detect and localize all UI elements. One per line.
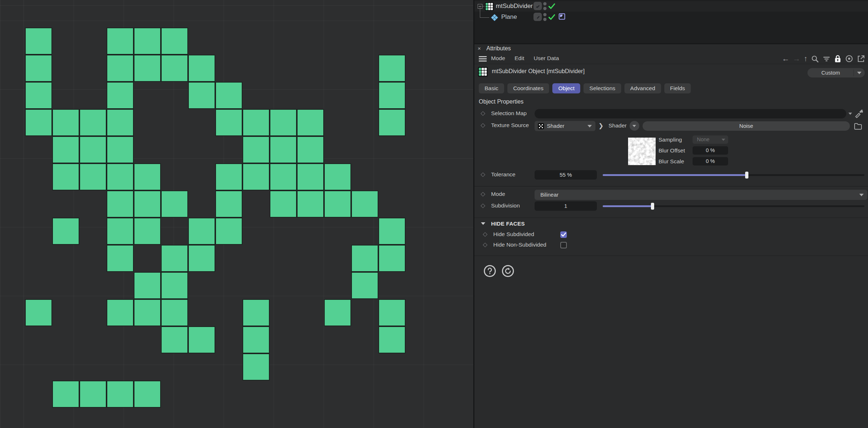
plane-face[interactable] xyxy=(188,55,215,82)
plane-face[interactable] xyxy=(52,163,79,190)
tolerance-input[interactable]: 55 % xyxy=(535,170,597,180)
tab-object[interactable]: Object xyxy=(552,83,580,93)
lock-icon[interactable] xyxy=(834,55,842,63)
plane-face[interactable] xyxy=(270,163,297,190)
plane-face[interactable] xyxy=(134,381,161,408)
plane-face[interactable] xyxy=(134,55,161,82)
plane-face[interactable] xyxy=(134,272,161,299)
plane-face[interactable] xyxy=(161,299,188,326)
plane-face[interactable] xyxy=(215,218,242,245)
plane-face[interactable] xyxy=(188,245,215,272)
plane-face[interactable] xyxy=(188,326,215,353)
chevron-down-icon[interactable] xyxy=(848,113,852,115)
plane-face[interactable] xyxy=(351,245,378,272)
sampling-dropdown[interactable]: None xyxy=(693,135,728,144)
plane-face[interactable] xyxy=(134,299,161,326)
plane-face[interactable] xyxy=(242,109,270,136)
shader-menu-button[interactable] xyxy=(630,121,639,131)
mode-dropdown[interactable]: Bilinear xyxy=(535,190,867,200)
field-tag-icon[interactable] xyxy=(558,13,565,20)
search-icon[interactable] xyxy=(811,55,819,63)
menu-item-edit[interactable]: Edit xyxy=(515,55,524,62)
key-diamond-icon[interactable] xyxy=(481,192,485,197)
plane-face[interactable] xyxy=(270,109,297,136)
plane-face[interactable] xyxy=(161,55,188,82)
plane-face[interactable] xyxy=(161,245,188,272)
plane-face[interactable] xyxy=(378,109,406,136)
plane-face[interactable] xyxy=(107,381,134,408)
plane-face[interactable] xyxy=(351,272,378,299)
slider-handle[interactable] xyxy=(651,203,654,210)
hamburger-icon[interactable] xyxy=(479,56,487,61)
plane-face[interactable] xyxy=(351,190,378,218)
plane-face[interactable] xyxy=(215,109,242,136)
plane-face[interactable] xyxy=(378,299,406,326)
plane-face[interactable] xyxy=(134,28,161,55)
plane-face[interactable] xyxy=(188,218,215,245)
filter-icon[interactable] xyxy=(822,55,831,63)
section-collapse-icon[interactable] xyxy=(481,222,485,225)
plane-face[interactable] xyxy=(107,136,134,163)
plane-face[interactable] xyxy=(378,326,406,353)
subdivision-slider[interactable] xyxy=(603,205,864,207)
plane-face[interactable] xyxy=(79,109,107,136)
plane-face[interactable] xyxy=(242,326,270,353)
plane-face[interactable] xyxy=(297,163,324,190)
eyedropper-icon[interactable] xyxy=(854,109,864,118)
editor-visibility-toggle[interactable] xyxy=(533,2,542,10)
plane-face[interactable] xyxy=(25,28,52,55)
plane-face[interactable] xyxy=(79,136,107,163)
plane-face[interactable] xyxy=(107,190,134,218)
plane-face[interactable] xyxy=(297,190,324,218)
plane-face[interactable] xyxy=(134,218,161,245)
texture-source-type-dropdown[interactable]: Shader xyxy=(535,121,595,131)
key-diamond-icon[interactable] xyxy=(481,172,485,177)
tab-selections[interactable]: Selections xyxy=(583,83,621,93)
enabled-check-icon[interactable] xyxy=(548,3,556,11)
help-icon[interactable] xyxy=(484,265,496,277)
plane-face[interactable] xyxy=(161,326,188,353)
plane-icon[interactable] xyxy=(491,14,498,21)
menu-item-mode[interactable]: Mode xyxy=(491,55,505,62)
tab-basic[interactable]: Basic xyxy=(479,83,504,93)
plane-face[interactable] xyxy=(107,28,134,55)
key-diamond-icon[interactable] xyxy=(481,203,485,208)
tab-advanced[interactable]: Advanced xyxy=(624,83,661,93)
plane-face[interactable] xyxy=(25,55,52,82)
object-row-mtsubdivider[interactable]: mtSubDivider xyxy=(474,1,868,12)
open-external-icon[interactable] xyxy=(857,55,865,63)
key-diamond-icon[interactable] xyxy=(481,123,485,128)
hide-non-subdivided-checkbox[interactable] xyxy=(560,242,567,248)
forward-arrow-icon[interactable]: → xyxy=(793,55,801,63)
plane-face[interactable] xyxy=(270,190,297,218)
editor-visibility-toggle[interactable] xyxy=(533,13,542,21)
plane-face[interactable] xyxy=(378,82,406,109)
key-diamond-icon[interactable] xyxy=(483,232,487,237)
object-name[interactable]: mtSubDivider xyxy=(496,3,533,10)
close-icon[interactable]: × xyxy=(478,45,481,51)
plane-face[interactable] xyxy=(161,272,188,299)
object-name[interactable]: Plane xyxy=(501,13,517,21)
enabled-check-icon[interactable] xyxy=(548,13,556,22)
plane-face[interactable] xyxy=(25,109,52,136)
plane-face[interactable] xyxy=(297,109,324,136)
slider-handle[interactable] xyxy=(745,172,748,179)
selection-map-input[interactable] xyxy=(535,109,846,118)
plane-face[interactable] xyxy=(25,82,52,109)
back-arrow-icon[interactable]: ← xyxy=(782,55,790,63)
tolerance-slider[interactable] xyxy=(603,174,864,176)
up-arrow-icon[interactable]: ↑ xyxy=(804,55,808,63)
shader-preview-thumbnail[interactable] xyxy=(628,138,656,165)
shader-button[interactable]: Noise xyxy=(643,121,850,131)
viewport-3d[interactable] xyxy=(0,0,473,428)
subdivision-input[interactable]: 1 xyxy=(535,201,597,211)
plane-face[interactable] xyxy=(242,136,270,163)
hide-subdivided-checkbox[interactable] xyxy=(560,231,567,238)
tab-coordinates[interactable]: Coordinates xyxy=(507,83,549,93)
subdivider-icon[interactable] xyxy=(485,2,494,11)
folder-icon[interactable] xyxy=(854,122,863,131)
plane-face[interactable] xyxy=(107,218,134,245)
plane-face[interactable] xyxy=(297,136,324,163)
plane-face[interactable] xyxy=(215,82,242,109)
object-row-plane[interactable]: Plane xyxy=(474,12,868,22)
